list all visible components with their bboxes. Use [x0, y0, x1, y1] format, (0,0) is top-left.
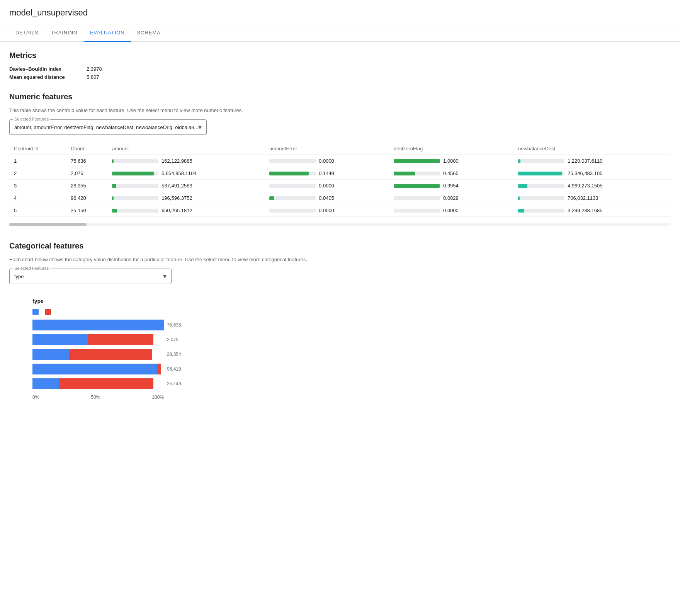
- table-row: 175,636162,122.98850.00001.00001,220,037…: [9, 155, 671, 167]
- cell-amount-error: 0.0405: [265, 192, 389, 204]
- x-axis-50: 50%: [91, 395, 100, 400]
- bar-blue: [32, 378, 59, 389]
- metric-davies-label: Davies–Bouldin index: [9, 66, 87, 72]
- chart-title: type: [32, 298, 671, 304]
- cell-amount: 650,265.1812: [107, 204, 265, 217]
- cell-dest-zero-flag: 0.4565: [389, 167, 513, 180]
- bar-blue: [32, 349, 69, 360]
- table-row: 525,150650,265.18120.00000.00003,299,238…: [9, 204, 671, 217]
- col-centroid-id: Centroid Id: [9, 143, 66, 155]
- col-dest-zero-flag: destzeroFlag: [389, 143, 513, 155]
- tab-training[interactable]: TRAINING: [45, 24, 84, 42]
- col-new-balance-dest: newbalanceDest: [513, 143, 671, 155]
- chart-legend: [32, 309, 671, 315]
- bar-value-label: 25,149: [167, 381, 181, 386]
- numeric-dropdown-value: amount, amountError, destzeroFlag, newba…: [14, 124, 198, 130]
- bar-red: [59, 378, 153, 389]
- cell-amount-error: 0.0000: [265, 155, 389, 167]
- bar-value-label: 28,354: [167, 352, 181, 357]
- bar-blue: [32, 334, 88, 345]
- legend-red: [45, 309, 51, 315]
- cell-count: 2,076: [66, 167, 107, 180]
- tabs-bar: DETAILS TRAINING EVALUATION SCHEMA: [0, 24, 680, 42]
- table-row: 22,0765,654,858.11040.14490.456525,346,4…: [9, 167, 671, 180]
- cell-new-balance-dest: 706,032.1133: [513, 192, 671, 204]
- numeric-features-dropdown[interactable]: Selected Features amount, amountError, d…: [9, 119, 207, 135]
- cell-centroid-id: 2: [9, 167, 66, 180]
- cell-dest-zero-flag: 0.0000: [389, 204, 513, 217]
- cell-new-balance-dest: 25,346,483.105: [513, 167, 671, 180]
- bar-value-label: 2,075: [167, 337, 178, 342]
- categorical-dropdown-value: type: [14, 274, 163, 279]
- bar-red: [88, 334, 153, 345]
- numeric-features-section: Numeric features This table shows the ce…: [9, 92, 671, 226]
- x-axis-0: 0%: [32, 395, 39, 400]
- main-content: Metrics Davies–Bouldin index 2.3978 Mean…: [0, 42, 680, 431]
- bar-blue: [32, 364, 157, 374]
- chart-bar-row: 25,149: [32, 378, 671, 389]
- categorical-features-description: Each chart below shows the category valu…: [9, 257, 671, 262]
- metric-msd-row: Mean squared distance 5.807: [9, 74, 671, 80]
- numeric-features-title: Numeric features: [9, 92, 671, 101]
- bar-red: [69, 349, 152, 360]
- cell-count: 28,355: [66, 180, 107, 192]
- cell-amount: 5,654,858.1104: [107, 167, 265, 180]
- cell-amount-error: 0.0000: [265, 180, 389, 192]
- cell-dest-zero-flag: 0.0029: [389, 192, 513, 204]
- legend-red-color: [45, 309, 51, 315]
- table-scrollbar[interactable]: [9, 223, 671, 226]
- metric-davies-value: 2.3978: [87, 66, 102, 72]
- cell-amount: 196,596.3752: [107, 192, 265, 204]
- table-row: 496,420196,596.37520.04050.0029706,032.1…: [9, 192, 671, 204]
- bar-red: [157, 364, 161, 374]
- metrics-section: Metrics Davies–Bouldin index 2.3978 Mean…: [9, 51, 671, 80]
- metrics-title: Metrics: [9, 51, 671, 60]
- cell-amount: 162,122.9885: [107, 155, 265, 167]
- chart-bar-row: 75,635: [32, 320, 671, 330]
- bar-value-label: 96,419: [167, 366, 181, 372]
- chevron-down-icon-2: ▾: [163, 272, 167, 281]
- categorical-chart-area: type 75,6352,07528,35496,41925,149 0% 50…: [9, 292, 671, 406]
- categorical-features-title: Categorical features: [9, 242, 671, 250]
- cell-new-balance-dest: 1,220,037.6110: [513, 155, 671, 167]
- chart-x-axis: 0% 50% 100%: [32, 395, 164, 400]
- chart-bar-row: 96,419: [32, 364, 671, 374]
- chart-bars: 75,6352,07528,35496,41925,149: [32, 320, 671, 391]
- tab-evaluation[interactable]: EVALUATION: [84, 24, 131, 42]
- chevron-down-icon: ▾: [198, 123, 202, 131]
- metric-msd-value: 5.807: [87, 74, 99, 80]
- numeric-features-description: This table shows the centroid value for …: [9, 107, 671, 113]
- cell-count: 25,150: [66, 204, 107, 217]
- x-axis-100: 100%: [152, 395, 164, 400]
- tab-schema[interactable]: SCHEMA: [131, 24, 167, 42]
- cell-centroid-id: 1: [9, 155, 66, 167]
- categorical-dropdown-label: Selected Features: [13, 266, 50, 271]
- categorical-features-dropdown[interactable]: Selected Features type ▾: [9, 269, 172, 284]
- legend-blue: [32, 309, 39, 315]
- numeric-features-table: Centroid Id Count amount amountError des…: [9, 143, 671, 217]
- categorical-features-section: Categorical features Each chart below sh…: [9, 242, 671, 406]
- cell-dest-zero-flag: 0.9954: [389, 180, 513, 192]
- metric-davies-row: Davies–Bouldin index 2.3978: [9, 66, 671, 72]
- cell-amount: 537,491.2583: [107, 180, 265, 192]
- cell-amount-error: 0.1449: [265, 167, 389, 180]
- cell-centroid-id: 3: [9, 180, 66, 192]
- cell-dest-zero-flag: 1.0000: [389, 155, 513, 167]
- bar-blue: [32, 320, 164, 330]
- cell-centroid-id: 4: [9, 192, 66, 204]
- cell-count: 75,636: [66, 155, 107, 167]
- legend-blue-color: [32, 309, 39, 315]
- model-title: model_unsupervised: [0, 0, 680, 24]
- col-count: Count: [66, 143, 107, 155]
- tab-details[interactable]: DETAILS: [9, 24, 45, 42]
- col-amount-error: amountError: [265, 143, 389, 155]
- cell-count: 96,420: [66, 192, 107, 204]
- table-row: 328,355537,491.25830.00000.99544,969,273…: [9, 180, 671, 192]
- cell-amount-error: 0.0000: [265, 204, 389, 217]
- cell-centroid-id: 5: [9, 204, 66, 217]
- cell-new-balance-dest: 3,299,238.1685: [513, 204, 671, 217]
- metric-msd-label: Mean squared distance: [9, 74, 87, 80]
- cell-new-balance-dest: 4,969,273.1505: [513, 180, 671, 192]
- numeric-dropdown-label: Selected Features: [13, 117, 50, 121]
- col-amount: amount: [107, 143, 265, 155]
